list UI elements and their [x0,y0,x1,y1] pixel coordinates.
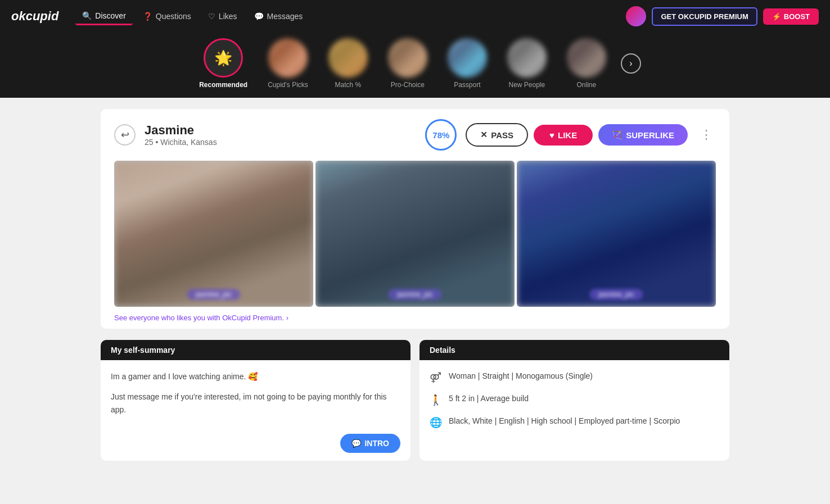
match-percentage: 78% [425,119,457,151]
self-summary-text: Im a gamer and I love watching anime. 🥰 … [111,370,400,416]
navigation: okcupid 🔍 Discover ❓ Questions ♡ Likes 💬… [0,0,830,33]
chat-icon: 💬 [351,439,361,448]
likes-icon: ♡ [208,12,215,21]
detail-height: 5 ft 2 in | Average build [449,393,529,405]
superlike-button[interactable]: 🏹 SUPERLIKE [598,124,688,146]
questions-icon: ❓ [143,12,152,21]
detail-ethnicity: Black, White | English | High school | E… [449,415,680,427]
x-icon: ✕ [480,130,488,140]
cupids-picks-thumb [268,38,308,78]
self-summary-card: My self-summary Im a gamer and I love wa… [101,340,411,461]
nav-discover[interactable]: 🔍 Discover [75,8,132,25]
nav-links: 🔍 Discover ❓ Questions ♡ Likes 💬 Message… [75,8,626,25]
category-match[interactable]: Match % [318,38,378,89]
photo-3[interactable]: jasmine_pic [517,161,716,307]
premium-cta-link[interactable]: See everyone who likes you with OkCupid … [114,314,288,322]
pro-choice-label: Pro-Choice [391,81,425,89]
new-people-label: New People [508,81,545,89]
premium-cta[interactable]: See everyone who likes you with OkCupid … [101,307,729,329]
new-people-thumb [507,38,547,78]
category-cupids-picks[interactable]: Cupid's Picks [258,38,318,89]
intro-button-wrap: 💬 INTRO [101,434,411,461]
sun-icon: 🌟 [214,49,232,67]
user-avatar[interactable] [626,6,646,26]
photo-2-badge: jasmine_pic [388,289,441,300]
profile-info: Jasmine 25 • Wichita, Kansas [145,123,416,147]
recommended-thumb: 🌟 [204,38,243,78]
profile-age-location: 25 • Wichita, Kansas [145,138,416,147]
pro-choice-thumb [388,38,427,78]
profile-photos: jasmine_pic jasmine_pic jasmine_pic [101,161,729,307]
recommended-label: Recommended [199,81,247,89]
photo-3-badge: jasmine_pic [589,289,643,300]
details-header: Details [419,340,729,360]
category-pro-choice[interactable]: Pro-Choice [378,38,437,89]
profile-name: Jasmine [145,123,416,138]
bolt-icon: ⚡ [772,12,781,21]
nav-messages[interactable]: 💬 Messages [247,8,310,25]
detail-row-1: ⚤ Woman | Straight | Monogamous (Single) [430,370,719,384]
category-new-people[interactable]: New People [497,38,557,89]
category-bar: 🌟 Recommended Cupid's Picks Match % Pro-… [0,33,830,98]
pass-button[interactable]: ✕ PASS [466,123,528,147]
passport-label: Passport [454,81,480,89]
photo-1-badge: jasmine_pic [187,289,240,300]
profile-sections: My self-summary Im a gamer and I love wa… [101,340,729,461]
photo-2[interactable]: jasmine_pic [315,161,515,307]
passport-thumb [448,38,487,78]
match-thumb [328,38,368,78]
category-recommended[interactable]: 🌟 Recommended [189,38,258,89]
detail-gender: Woman | Straight | Monogamous (Single) [449,370,593,382]
discover-icon: 🔍 [82,11,92,20]
like-button[interactable]: ♥ LIKE [534,125,593,146]
self-summary-header: My self-summary [101,340,411,360]
online-label: Online [577,81,597,89]
match-label: Match % [335,81,362,89]
online-thumb [567,38,606,78]
height-icon: 🚶 [430,394,442,406]
details-body: ⚤ Woman | Straight | Monogamous (Single)… [419,360,729,448]
intro-button[interactable]: 💬 INTRO [340,434,400,453]
superlike-icon: 🏹 [612,130,622,140]
next-category-button[interactable]: › [621,53,641,74]
nav-questions[interactable]: ❓ Questions [136,8,198,25]
nav-right: GET OKCUPID PREMIUM ⚡ BOOST [626,6,819,26]
self-summary-body: Im a gamer and I love watching anime. 🥰 … [101,360,411,434]
brand-logo[interactable]: okcupid [11,9,58,24]
detail-row-2: 🚶 5 ft 2 in | Average build [430,393,719,406]
heart-icon: ♥ [549,130,554,140]
more-options-button[interactable]: ⋮ [697,128,716,142]
gender-icon: ⚤ [430,371,442,384]
ethnicity-icon: 🌐 [430,416,442,429]
details-card: Details ⚤ Woman | Straight | Monogamous … [419,340,729,461]
nav-likes[interactable]: ♡ Likes [201,8,244,25]
photo-1[interactable]: jasmine_pic [114,161,313,307]
main-content: ↩ Jasmine 25 • Wichita, Kansas 78% ✕ PAS… [92,98,738,472]
category-passport[interactable]: Passport [437,38,497,89]
action-buttons: ✕ PASS ♥ LIKE 🏹 SUPERLIKE [466,123,688,147]
category-online[interactable]: Online [557,38,616,89]
undo-button[interactable]: ↩ [114,124,136,146]
cupids-picks-label: Cupid's Picks [268,81,308,89]
profile-header: ↩ Jasmine 25 • Wichita, Kansas 78% ✕ PAS… [101,109,729,161]
messages-icon: 💬 [254,12,264,21]
premium-button[interactable]: GET OKCUPID PREMIUM [652,7,757,26]
detail-row-3: 🌐 Black, White | English | High school |… [430,415,719,429]
boost-button[interactable]: ⚡ BOOST [763,8,819,25]
profile-card: ↩ Jasmine 25 • Wichita, Kansas 78% ✕ PAS… [101,109,729,329]
